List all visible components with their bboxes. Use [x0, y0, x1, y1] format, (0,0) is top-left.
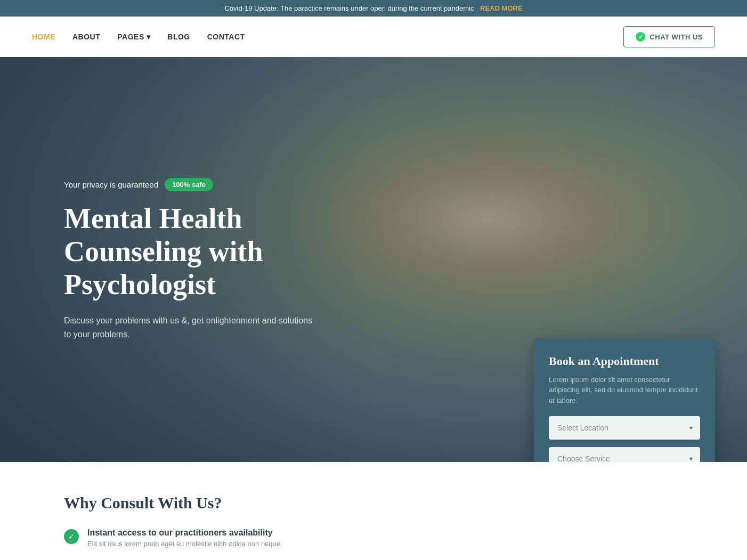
- consult-item-heading-1: Instant access to our practitioners avai…: [87, 528, 282, 538]
- consult-item-1: ✓ Instant access to our practitioners av…: [64, 528, 491, 548]
- consult-item-desc-1: Elit sit risus lorem proin eget eu moles…: [87, 540, 282, 548]
- consult-item-text-1: Instant access to our practitioners avai…: [87, 528, 282, 548]
- service-select-wrapper: Choose Service Counseling Therapy Consul…: [549, 447, 700, 462]
- whatsapp-icon: ✓: [636, 32, 645, 42]
- hero-subtitle: Discuss your problems with us &, get enl…: [64, 314, 320, 341]
- header: HOME ABOUT PAGES BLOG CONTACT ✓ CHAT WIT…: [0, 17, 747, 57]
- hero-section: Your privacy is guaranteed 100% safe Men…: [0, 57, 747, 462]
- main-nav: HOME ABOUT PAGES BLOG CONTACT: [32, 33, 245, 41]
- nav-blog[interactable]: BLOG: [167, 33, 190, 41]
- service-select[interactable]: Choose Service Counseling Therapy Consul…: [549, 447, 700, 462]
- why-consult-title: Why Consult With Us?: [64, 494, 491, 512]
- nav-home[interactable]: HOME: [32, 33, 55, 41]
- lower-section: Why Consult With Us? ✓ Instant access to…: [0, 462, 747, 560]
- appointment-description: Lorem ipsum dolor sit amet consectetur a…: [549, 375, 700, 406]
- why-consult-section: Why Consult With Us? ✓ Instant access to…: [0, 462, 523, 560]
- appointment-card: Book an Appointment Lorem ipsum dolor si…: [534, 338, 715, 462]
- right-spacer: [523, 462, 747, 560]
- top-banner: Covid-19 Update: The paractice remains u…: [0, 0, 747, 17]
- nav-about[interactable]: ABOUT: [72, 33, 100, 41]
- banner-message: Covid-19 Update: The paractice remains u…: [224, 4, 474, 12]
- nav-pages[interactable]: PAGES: [117, 33, 150, 41]
- check-icon-1: ✓: [64, 529, 79, 544]
- chevron-down-icon: [147, 33, 151, 41]
- privacy-text: Your privacy is guaranteed: [64, 180, 158, 189]
- appointment-title: Book an Appointment: [549, 354, 700, 368]
- nav-contact[interactable]: CONTACT: [207, 33, 245, 41]
- safe-badge: 100% safe: [165, 178, 213, 191]
- read-more-link[interactable]: READ MORE: [480, 4, 522, 12]
- hero-title: Mental Health Counseling with Psychologi…: [64, 202, 320, 301]
- location-select-wrapper: Select Location New York Los Angeles Chi…: [549, 416, 700, 440]
- chat-with-us-button[interactable]: ✓ CHAT WITH US: [623, 26, 715, 47]
- hero-content: Your privacy is guaranteed 100% safe Men…: [0, 178, 320, 341]
- privacy-badge: Your privacy is guaranteed 100% safe: [64, 178, 320, 191]
- location-select[interactable]: Select Location New York Los Angeles Chi…: [549, 416, 700, 440]
